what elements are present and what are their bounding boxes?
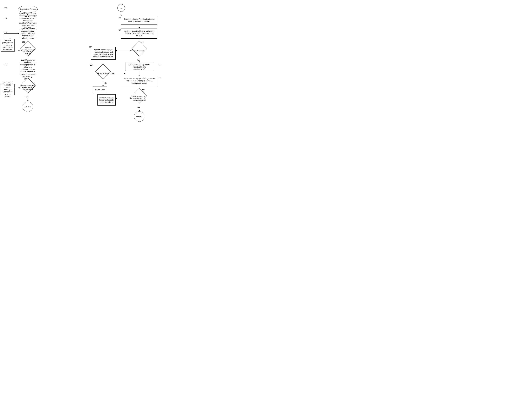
node-104: System prompts user to select a new, uni… (1, 39, 15, 51)
svg-marker-12 (18, 33, 19, 34)
label-101: 101 (4, 17, 7, 19)
node-115-text: Reject User (95, 89, 105, 91)
label-112: 112 (159, 63, 162, 65)
label-109: 109 (118, 29, 121, 31)
label-110-no: No (130, 50, 132, 52)
node-107-text: User did not validate receipt of message… (2, 81, 13, 98)
label-110-yes: Yes (137, 59, 140, 61)
node-109-text: System evaluates identity verification s… (122, 30, 156, 37)
goto2-circle: Go to 2 (134, 111, 144, 122)
node-113-text: Identity Verified? (96, 66, 110, 81)
svg-marker-31 (139, 62, 140, 63)
node-103-text: Is chosen pseudonym unique and available… (21, 43, 35, 58)
circle1-text: 1 (121, 7, 122, 9)
node-105-text: System sends an electronic message (emai… (20, 59, 36, 78)
node-104-text: System prompts user to select a new, uni… (2, 39, 13, 51)
label-102: 102 (4, 31, 7, 33)
node-102-text: System validates user entries and intera… (20, 28, 36, 39)
label-103-no: No (18, 50, 20, 52)
label-108: 108 (118, 17, 121, 19)
label-113-no: No (104, 82, 106, 84)
node-116-text: Did user agree to submit to criminal bac… (132, 90, 146, 106)
label-113: 113 (90, 64, 93, 66)
node-106-diamond: Did user successfully validate receipt o… (21, 80, 35, 95)
node-109: System evaluates identity verification s… (121, 29, 157, 38)
svg-marker-21 (27, 101, 28, 102)
start-ellipse-text: Registration Process (19, 8, 36, 10)
flowchart-diagram: 100 Registration Process 101 System prom… (0, 0, 178, 137)
goto1-circle: Go to 1 (23, 102, 33, 112)
node-112: Create user identity record including PI… (125, 63, 153, 71)
label-105: 105 (4, 63, 7, 65)
label-116-no: No (130, 97, 132, 99)
goto2-text: Go to 2 (136, 115, 142, 118)
svg-marker-25 (139, 28, 140, 29)
node-114-text: System serves a page offering the user t… (122, 77, 156, 85)
goto1-text: Go to 1 (25, 106, 31, 108)
label-106-no: No (18, 87, 20, 89)
label-100: 100 (4, 7, 7, 9)
node-105: System sends an electronic message (emai… (19, 63, 37, 74)
svg-marker-43 (115, 98, 117, 99)
node-117-text: Grant user access to site and update use… (99, 96, 114, 104)
node-114: System serves a page offering the user t… (121, 76, 157, 86)
node-110-text: Identity Verified? (132, 43, 146, 58)
node-112-text: Create user identity record including PI… (127, 64, 152, 71)
svg-marker-29 (115, 50, 117, 51)
node-108-text: System evaluates PII using third-party i… (122, 18, 156, 23)
svg-marker-45 (139, 110, 140, 111)
node-106-text: Did user successfully validate receipt o… (21, 80, 35, 95)
svg-marker-23 (121, 15, 122, 16)
node-116-diamond: Did user agree to submit to criminal bac… (132, 90, 146, 106)
node-101: System prompts user for personal identit… (19, 15, 37, 26)
label-106-yes: Yes (26, 96, 28, 98)
node-117: Grant user access to site and update use… (97, 94, 115, 105)
node-102: System validates user entries and intera… (19, 29, 37, 38)
label-113-yes: Yes (111, 73, 114, 75)
svg-marker-37 (103, 85, 104, 86)
svg-marker-35 (124, 73, 125, 74)
label-103: 103 (22, 41, 25, 43)
start-ellipse: Registration Process (18, 6, 38, 13)
node-113-diamond: Identity Verified? (96, 66, 110, 81)
node-107: User did not validate receipt of message… (1, 84, 15, 95)
node-111-text: System serves a page instructing the use… (92, 48, 114, 58)
label-114: 114 (159, 76, 162, 78)
svg-marker-39 (139, 75, 140, 76)
label-116-yes: Yes (137, 106, 140, 108)
node-110-diamond: Identity Verified? (132, 43, 146, 58)
node-108: System evaluates PII using third-party i… (121, 16, 157, 25)
node-101-text: System prompts user for personal identit… (19, 12, 37, 29)
circle1-top: 1 (117, 4, 125, 12)
node-103-diamond: Is chosen pseudonym unique and available… (21, 43, 35, 58)
node-115: Reject User (93, 86, 107, 93)
node-111: System serves a page instructing the use… (91, 47, 115, 60)
